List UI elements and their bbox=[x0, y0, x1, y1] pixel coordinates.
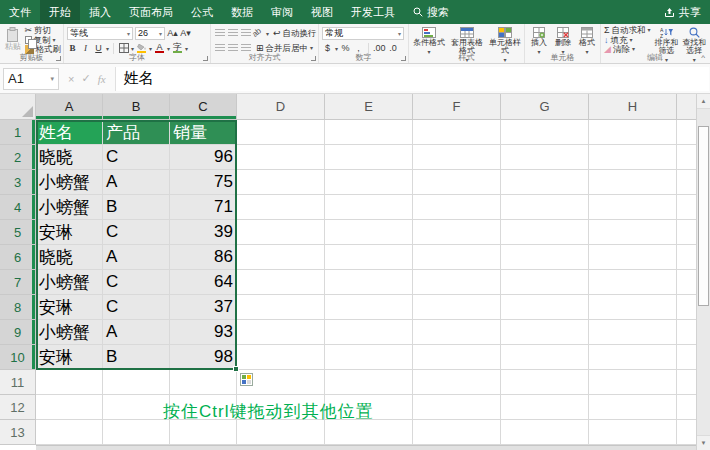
tab-开始[interactable]: 开始 bbox=[40, 0, 80, 24]
cell-C4[interactable]: 71 bbox=[170, 195, 237, 220]
col-header-C[interactable]: C bbox=[170, 94, 237, 120]
cell-F4[interactable] bbox=[413, 195, 501, 220]
cell-H8[interactable] bbox=[589, 295, 677, 320]
cell-D1[interactable] bbox=[237, 120, 325, 145]
cell-A3[interactable]: 小螃蟹 bbox=[36, 170, 103, 195]
cell-B8[interactable]: C bbox=[103, 295, 170, 320]
cell-H11[interactable] bbox=[589, 370, 677, 395]
cell-D9[interactable] bbox=[237, 320, 325, 345]
cut-button[interactable]: ✂剪切 bbox=[25, 26, 62, 35]
cell-H2[interactable] bbox=[589, 145, 677, 170]
cell-A4[interactable]: 小螃蟹 bbox=[36, 195, 103, 220]
row-header-13[interactable]: 13 bbox=[0, 420, 36, 445]
cell-G11[interactable] bbox=[501, 370, 589, 395]
cell-G13[interactable] bbox=[501, 420, 589, 445]
decrease-font-size-button[interactable]: A▾ bbox=[180, 27, 191, 39]
cell-C2[interactable]: 96 bbox=[170, 145, 237, 170]
format-cells-button[interactable]: 格式 ▾ bbox=[576, 26, 598, 56]
formula-input[interactable]: 姓名 bbox=[115, 67, 709, 91]
row-header-8[interactable]: 8 bbox=[0, 295, 36, 320]
cancel-icon[interactable]: × bbox=[68, 73, 74, 85]
share-button[interactable]: 共享 bbox=[655, 0, 710, 24]
cell-A12[interactable] bbox=[36, 395, 103, 420]
increase-font-size-button[interactable]: A▴ bbox=[167, 27, 178, 39]
cell-H7[interactable] bbox=[589, 270, 677, 295]
tab-视图[interactable]: 视图 bbox=[302, 0, 342, 24]
row-header-12[interactable]: 12 bbox=[0, 395, 36, 420]
cell-F2[interactable] bbox=[413, 145, 501, 170]
cell-D6[interactable] bbox=[237, 245, 325, 270]
cell-H10[interactable] bbox=[589, 345, 677, 370]
cell-H12[interactable] bbox=[589, 395, 677, 420]
tab-搜索[interactable]: 搜索 bbox=[404, 0, 458, 24]
cell-F13[interactable] bbox=[413, 420, 501, 445]
alignment-dialog-launcher[interactable] bbox=[311, 56, 316, 61]
wrap-text-button[interactable]: ↩自动换行 bbox=[273, 29, 317, 38]
conditional-formatting-button[interactable]: 条件格式 ▾ bbox=[412, 26, 446, 56]
cell-F8[interactable] bbox=[413, 295, 501, 320]
cell-B5[interactable]: C bbox=[103, 220, 170, 245]
orientation-button[interactable]: ab bbox=[250, 25, 266, 41]
cell-C13[interactable] bbox=[170, 420, 237, 445]
cell-D13[interactable] bbox=[237, 420, 325, 445]
cell-B10[interactable]: B bbox=[103, 345, 170, 370]
tab-公式[interactable]: 公式 bbox=[182, 0, 222, 24]
cell-C6[interactable]: 86 bbox=[170, 245, 237, 270]
name-box[interactable]: A1 ▾ bbox=[3, 68, 59, 90]
scroll-up-icon[interactable]: ▲ bbox=[697, 94, 710, 109]
cell-G7[interactable] bbox=[501, 270, 589, 295]
cell-E6[interactable] bbox=[325, 245, 413, 270]
cell-E10[interactable] bbox=[325, 345, 413, 370]
cell-E7[interactable] bbox=[325, 270, 413, 295]
cell-C3[interactable]: 75 bbox=[170, 170, 237, 195]
cell-E13[interactable] bbox=[325, 420, 413, 445]
cell-F9[interactable] bbox=[413, 320, 501, 345]
select-all-corner[interactable] bbox=[0, 94, 36, 120]
tab-开发工具[interactable]: 开发工具 bbox=[342, 0, 404, 24]
cell-E4[interactable] bbox=[325, 195, 413, 220]
cell-D3[interactable] bbox=[237, 170, 325, 195]
autosum-button[interactable]: Σ自动求和▾ bbox=[604, 26, 652, 35]
align-bottom-button[interactable] bbox=[240, 27, 251, 39]
cell-F11[interactable] bbox=[413, 370, 501, 395]
cell-A2[interactable]: 晓晓 bbox=[36, 145, 103, 170]
tab-审阅[interactable]: 审阅 bbox=[262, 0, 302, 24]
cell-B2[interactable]: C bbox=[103, 145, 170, 170]
cell-E11[interactable] bbox=[325, 370, 413, 395]
insert-function-icon[interactable]: fx bbox=[98, 73, 106, 85]
cell-F7[interactable] bbox=[413, 270, 501, 295]
cell-H4[interactable] bbox=[589, 195, 677, 220]
delete-cells-button[interactable]: 删除 ▾ bbox=[552, 26, 574, 56]
col-header-D[interactable]: D bbox=[237, 94, 325, 120]
cell-D8[interactable] bbox=[237, 295, 325, 320]
row-header-2[interactable]: 2 bbox=[0, 145, 36, 170]
tab-文件[interactable]: 文件 bbox=[0, 0, 40, 24]
cell-G12[interactable] bbox=[501, 395, 589, 420]
col-header-E[interactable]: E bbox=[325, 94, 413, 120]
col-header-F[interactable]: F bbox=[413, 94, 501, 120]
cell-E8[interactable] bbox=[325, 295, 413, 320]
insert-cells-button[interactable]: 插入 ▾ bbox=[528, 26, 550, 56]
cell-A5[interactable]: 安琳 bbox=[36, 220, 103, 245]
cell-D2[interactable] bbox=[237, 145, 325, 170]
cell-C10[interactable]: 98 bbox=[170, 345, 237, 370]
row-header-9[interactable]: 9 bbox=[0, 320, 36, 345]
row-header-5[interactable]: 5 bbox=[0, 220, 36, 245]
cell-B1[interactable]: 产品 bbox=[103, 120, 170, 145]
cell-G2[interactable] bbox=[501, 145, 589, 170]
row-header-3[interactable]: 3 bbox=[0, 170, 36, 195]
cell-G8[interactable] bbox=[501, 295, 589, 320]
scroll-down-icon[interactable]: ▼ bbox=[697, 435, 710, 450]
cell-B12[interactable] bbox=[103, 395, 170, 420]
row-header-10[interactable]: 10 bbox=[0, 345, 36, 370]
cell-G4[interactable] bbox=[501, 195, 589, 220]
cell-A11[interactable] bbox=[36, 370, 103, 395]
cell-E3[interactable] bbox=[325, 170, 413, 195]
cell-B6[interactable]: A bbox=[103, 245, 170, 270]
horizontal-scrollbar[interactable] bbox=[36, 445, 696, 450]
cell-B4[interactable]: B bbox=[103, 195, 170, 220]
cell-C7[interactable]: 64 bbox=[170, 270, 237, 295]
cell-A8[interactable]: 安琳 bbox=[36, 295, 103, 320]
row-header-1[interactable]: 1 bbox=[0, 120, 36, 145]
cell-G9[interactable] bbox=[501, 320, 589, 345]
